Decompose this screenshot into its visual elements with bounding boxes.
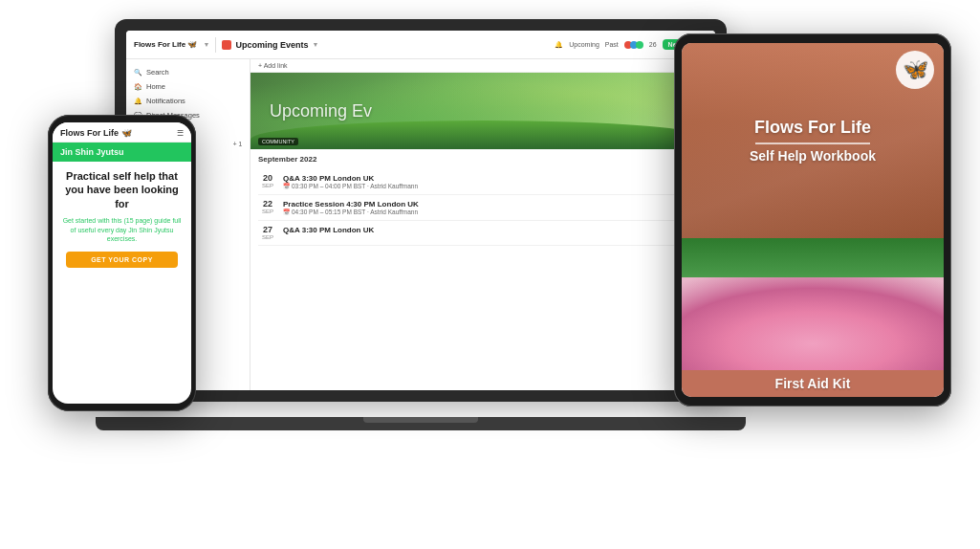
- sidebar-item-home[interactable]: 🏠 Home: [126, 79, 250, 94]
- month-label: September 2022: [258, 155, 708, 164]
- laptop-brand: Flows For Life 🦋: [134, 40, 197, 49]
- event-item-1[interactable]: 20 SEP Q&A 3:30 PM London UK 📅 03:30 PM …: [258, 169, 708, 195]
- event-item-2[interactable]: 22 SEP Practice Session 4:30 PM London U…: [258, 195, 708, 221]
- hero-image: Upcoming Ev COMMUNITY: [250, 73, 715, 149]
- tablet-cover-bottom: First Aid Kit: [682, 238, 944, 398]
- laptop-screen: Flows For Life 🦋 ▼ Upcoming Events ▼ 🔔 U…: [126, 31, 715, 390]
- tablet-footer-text: First Aid Kit: [691, 376, 934, 391]
- phone: Flows For Life 🦋 ☰ Jin Shin Jyutsu Pract…: [48, 115, 196, 411]
- tablet-title-area: Flows For Life Self Help Workbook: [750, 118, 876, 164]
- event-date-2: 22 SEP: [258, 200, 277, 214]
- add-link-bar[interactable]: + Add link: [250, 59, 715, 73]
- past-tab-btn[interactable]: Past: [605, 41, 619, 48]
- event-info-2: Practice Session 4:30 PM London UK 📅 04:…: [283, 200, 708, 215]
- tablet-bottom-bar: First Aid Kit: [682, 370, 944, 397]
- phone-header: Flows For Life 🦋 ☰: [53, 122, 191, 143]
- hero-text: Upcoming Ev: [270, 101, 372, 121]
- laptop-base: [96, 417, 746, 430]
- sidebar-item-search[interactable]: 🔍 Search: [126, 65, 250, 79]
- tablet-frame: 🦋 Flows For Life Self Help Workbook Firs…: [674, 33, 951, 406]
- event-time-1: 📅 03:30 PM – 04:00 PM BST · Astrid Kauff…: [283, 183, 708, 189]
- tablet-subtitle: Self Help Workbook: [750, 148, 876, 164]
- tablet-garden-image: [682, 238, 944, 371]
- phone-body: Practical self help that you have been l…: [53, 162, 191, 404]
- calendar-icon-1: 📅: [283, 183, 290, 189]
- event-title-bar: Upcoming Events ▼: [222, 40, 549, 50]
- tablet-screen: 🦋 Flows For Life Self Help Workbook Firs…: [682, 43, 944, 397]
- upcoming-tab-btn[interactable]: Upcoming: [569, 41, 599, 48]
- event-item-3[interactable]: 27 SEP Q&A 3:30 PM London UK: [258, 221, 708, 246]
- community-badge: COMMUNITY: [258, 138, 298, 145]
- phone-cta-button[interactable]: GET YOUR COPY: [66, 252, 177, 268]
- hero-grass: [250, 121, 715, 149]
- laptop-body: Flows For Life 🦋 ▼ Upcoming Events ▼ 🔔 U…: [115, 19, 727, 402]
- event-date-1: 20 SEP: [258, 174, 277, 188]
- event-info-1: Q&A 3:30 PM London UK 📅 03:30 PM – 04:00…: [283, 174, 708, 189]
- phone-subtext: Get started with this (15 page) guide fu…: [60, 216, 184, 244]
- screen-header: Flows For Life 🦋 ▼ Upcoming Events ▼ 🔔 U…: [126, 31, 715, 59]
- phone-screen: Flows For Life 🦋 ☰ Jin Shin Jyutsu Pract…: [53, 122, 191, 404]
- hamburger-icon[interactable]: ☰: [177, 129, 184, 138]
- home-icon: 🏠: [134, 83, 142, 91]
- event-date-3: 27 SEP: [258, 226, 277, 240]
- butterfly-icon: 🦋: [903, 57, 928, 82]
- tablet: 🦋 Flows For Life Self Help Workbook Firs…: [674, 33, 951, 406]
- phone-headline: Practical self help that you have been l…: [60, 169, 184, 210]
- tablet-title-divider: [755, 143, 870, 144]
- main-content: + Add link Upcoming Ev COMMUNITY Septemb…: [250, 59, 715, 390]
- events-list: September 2022 20 SEP Q&A 3:30 PM London…: [250, 149, 715, 390]
- butterfly-circle: 🦋: [896, 51, 934, 89]
- sidebar-item-notifications[interactable]: 🔔 Notifications: [126, 94, 250, 108]
- tablet-brand-name: Flows For Life: [750, 118, 876, 139]
- header-divider: [215, 37, 216, 53]
- laptop: Flows For Life 🦋 ▼ Upcoming Events ▼ 🔔 U…: [115, 19, 727, 430]
- search-icon: 🔍: [134, 69, 142, 77]
- screen-body: 🔍 Search 🏠 Home 🔔 Notifications 💬: [126, 59, 715, 390]
- phone-hero-bar: Jin Shin Jyutsu: [53, 143, 191, 162]
- event-header-text: Upcoming Events: [235, 40, 308, 50]
- tulips-visual: [682, 238, 944, 371]
- phone-frame: Flows For Life 🦋 ☰ Jin Shin Jyutsu Pract…: [48, 115, 196, 411]
- scene: Flows For Life 🦋 ▼ Upcoming Events ▼ 🔔 U…: [0, 0, 980, 549]
- event-info-3: Q&A 3:30 PM London UK: [283, 226, 708, 234]
- tablet-cover-top: 🦋 Flows For Life Self Help Workbook: [682, 43, 944, 238]
- event-red-icon: [222, 40, 231, 50]
- event-time-2: 📅 04:30 PM – 05:15 PM BST · Astrid Kauff…: [283, 209, 708, 215]
- bell-icon: 🔔: [134, 98, 142, 105]
- calendar-icon-2: 📅: [283, 209, 290, 215]
- attendee-count: 26: [649, 41, 657, 48]
- phone-brand: Flows For Life 🦋: [60, 128, 132, 138]
